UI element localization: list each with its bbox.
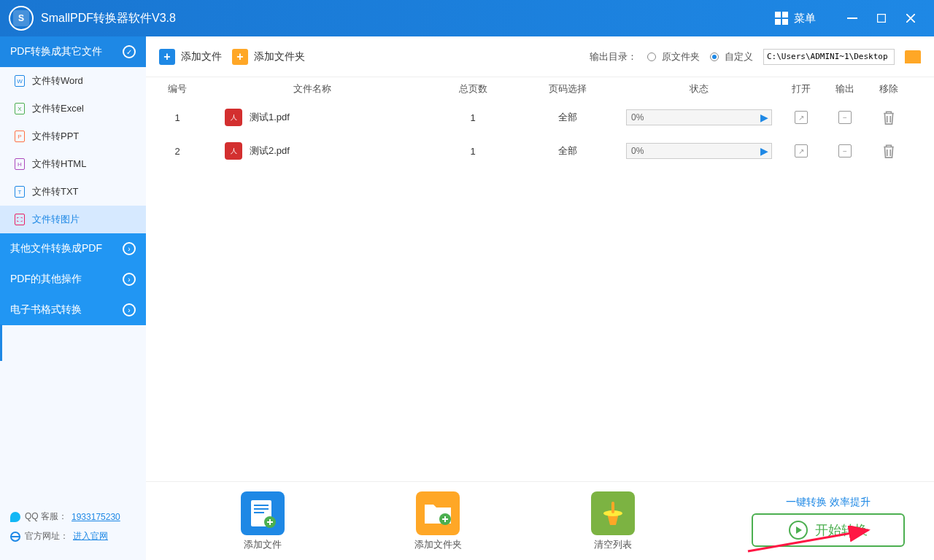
sidebar-item-ppt[interactable]: P文件转PPT <box>0 122 146 150</box>
start-convert-button[interactable]: 开始转换 <box>752 513 905 547</box>
pdf-icon: 人 <box>225 142 242 160</box>
radio-checked-icon <box>710 52 719 61</box>
maximize-button[interactable] <box>867 7 896 30</box>
menu-grid-icon <box>775 12 788 25</box>
sidebar: PDF转换成其它文件 ✓ W文件转Word X文件转Excel P文件转PPT … <box>0 36 146 560</box>
radio-custom-folder[interactable]: 自定义 <box>710 50 753 63</box>
pdf-icon: 人 <box>225 109 242 126</box>
category-ebook[interactable]: 电子书格式转换 › <box>0 295 146 325</box>
minimize-button[interactable] <box>838 7 867 30</box>
open-button[interactable]: ↗ <box>795 144 808 158</box>
radio-original-folder[interactable]: 原文件夹 <box>647 50 700 63</box>
remove-button[interactable] <box>882 111 895 124</box>
progress-bar[interactable]: 0%▶ <box>626 143 772 159</box>
sidebar-item-word[interactable]: W文件转Word <box>0 67 146 95</box>
add-file-big-icon <box>241 491 285 535</box>
html-icon: H <box>15 158 25 170</box>
bottom-clear-list[interactable]: 清空列表 <box>525 491 700 551</box>
svg-rect-9 <box>611 502 614 513</box>
ppt-icon: P <box>15 131 25 142</box>
svg-rect-0 <box>847 18 857 19</box>
svg-rect-4 <box>254 508 269 510</box>
add-file-button[interactable]: + 添加文件 <box>159 49 222 65</box>
progress-bar[interactable]: 0%▶ <box>626 109 772 125</box>
excel-icon: X <box>15 103 25 114</box>
row-pages: 1 <box>429 146 517 157</box>
svg-rect-3 <box>254 505 269 506</box>
tagline: 一键转换 效率提升 <box>786 496 871 509</box>
row-filename: 人测试2.pdf <box>196 142 429 160</box>
clear-list-big-icon <box>591 491 635 535</box>
output-button[interactable]: − <box>838 144 852 158</box>
table-header: 编号 文件名称 总页数 页码选择 状态 打开 输出 移除 <box>146 77 934 101</box>
sidebar-item-html[interactable]: H文件转HTML <box>0 150 146 178</box>
close-button[interactable] <box>896 7 925 30</box>
plus-icon: + <box>159 49 175 65</box>
sidebar-indicator <box>0 324 2 361</box>
category-other-to-pdf[interactable]: 其他文件转换成PDF › <box>0 233 146 264</box>
bottom-add-file[interactable]: 添加文件 <box>175 491 350 551</box>
svg-rect-5 <box>254 512 264 513</box>
image-icon: ⛶ <box>15 214 25 225</box>
sidebar-item-excel[interactable]: X文件转Excel <box>0 95 146 122</box>
add-folder-big-icon <box>416 491 460 535</box>
radio-icon <box>647 52 656 61</box>
table-row: 2人测试2.pdf1全部0%▶↗− <box>146 134 934 168</box>
output-dir-label: 输出目录： <box>590 50 637 63</box>
play-icon: ▶ <box>760 145 768 157</box>
toolbar: + 添加文件 + 添加文件夹 输出目录： 原文件夹 自定义 <box>146 36 934 77</box>
bottom-add-folder[interactable]: 添加文件夹 <box>350 491 525 551</box>
row-range[interactable]: 全部 <box>517 144 619 158</box>
svg-rect-1 <box>878 15 886 23</box>
menu-label: 菜单 <box>794 12 816 26</box>
chevron-right-icon: › <box>123 273 136 286</box>
play-icon <box>789 521 808 540</box>
add-folder-button[interactable]: + 添加文件夹 <box>232 49 305 65</box>
chevron-icon: ✓ <box>123 45 136 58</box>
row-pages: 1 <box>429 112 517 123</box>
browser-icon <box>10 532 20 542</box>
row-filename: 人测试1.pdf <box>196 109 429 126</box>
category-pdf-to-other[interactable]: PDF转换成其它文件 ✓ <box>0 36 146 67</box>
word-icon: W <box>15 75 25 87</box>
plus-icon: + <box>232 49 248 65</box>
table-row: 1人测试1.pdf1全部0%▶↗− <box>146 101 934 134</box>
chevron-right-icon: › <box>123 303 136 316</box>
play-icon: ▶ <box>760 112 768 123</box>
bottom-bar: 添加文件 添加文件夹 清空列表 一键转换 效率提升 <box>146 481 934 560</box>
app-logo: S <box>9 6 34 31</box>
open-button[interactable]: ↗ <box>795 111 808 124</box>
browse-folder-button[interactable] <box>905 50 921 63</box>
footer-links: QQ 客服： 1933175230 官方网址： 进入官网 <box>0 500 146 560</box>
official-site-link[interactable]: 进入官网 <box>73 530 108 542</box>
app-title: SmallPDF转换器软件V3.8 <box>41 11 768 26</box>
remove-button[interactable] <box>882 144 895 158</box>
row-range[interactable]: 全部 <box>517 111 619 124</box>
menu-button[interactable]: 菜单 <box>768 7 823 30</box>
qq-link[interactable]: 1933175230 <box>72 512 120 522</box>
row-num: 1 <box>159 112 196 123</box>
row-num: 2 <box>159 146 196 157</box>
chevron-right-icon: › <box>123 242 136 255</box>
txt-icon: T <box>15 186 25 198</box>
sidebar-item-image[interactable]: ⛶文件转图片 <box>0 206 146 233</box>
output-path-input[interactable] <box>763 49 895 65</box>
titlebar: S SmallPDF转换器软件V3.8 菜单 <box>0 0 934 36</box>
qq-icon <box>10 512 20 522</box>
category-pdf-ops[interactable]: PDF的其他操作 › <box>0 264 146 295</box>
output-button[interactable]: − <box>838 111 852 124</box>
sidebar-item-txt[interactable]: T文件转TXT <box>0 178 146 206</box>
